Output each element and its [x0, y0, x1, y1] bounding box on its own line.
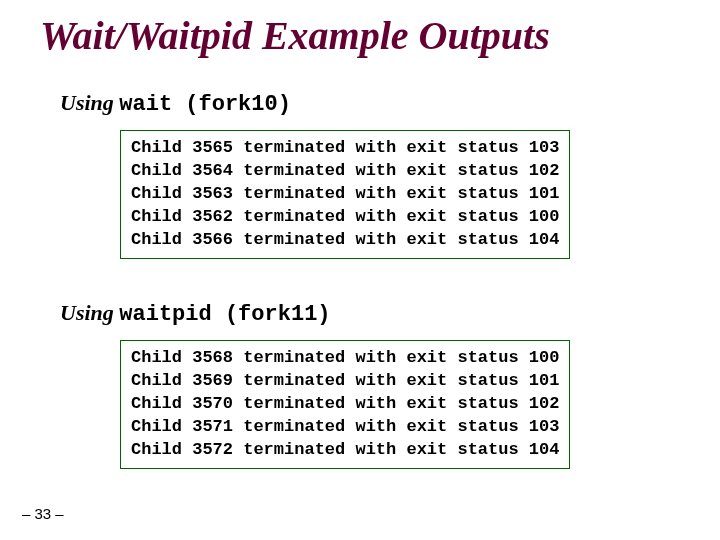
output-line: Child 3572 terminated with exit status 1… [131, 439, 559, 462]
slide: Wait/Waitpid Example Outputs Using wait … [0, 0, 720, 540]
output-line: Child 3563 terminated with exit status 1… [131, 183, 559, 206]
section2-heading: Using waitpid (fork11) [60, 300, 331, 327]
section2-prefix: Using [60, 300, 119, 325]
section1-prefix: Using [60, 90, 119, 115]
slide-number: – 33 – [22, 505, 64, 522]
output-line: Child 3571 terminated with exit status 1… [131, 416, 559, 439]
output-line: Child 3568 terminated with exit status 1… [131, 347, 559, 370]
section1-code: wait (fork10) [119, 92, 291, 117]
output-line: Child 3565 terminated with exit status 1… [131, 137, 559, 160]
section1-heading: Using wait (fork10) [60, 90, 291, 117]
output-line: Child 3562 terminated with exit status 1… [131, 206, 559, 229]
output-line: Child 3570 terminated with exit status 1… [131, 393, 559, 416]
output-line: Child 3564 terminated with exit status 1… [131, 160, 559, 183]
section1-output-box: Child 3565 terminated with exit status 1… [120, 130, 570, 259]
section2-code: waitpid (fork11) [119, 302, 330, 327]
output-line: Child 3566 terminated with exit status 1… [131, 229, 559, 252]
section2-output-box: Child 3568 terminated with exit status 1… [120, 340, 570, 469]
output-line: Child 3569 terminated with exit status 1… [131, 370, 559, 393]
page-title: Wait/Waitpid Example Outputs [40, 12, 550, 59]
